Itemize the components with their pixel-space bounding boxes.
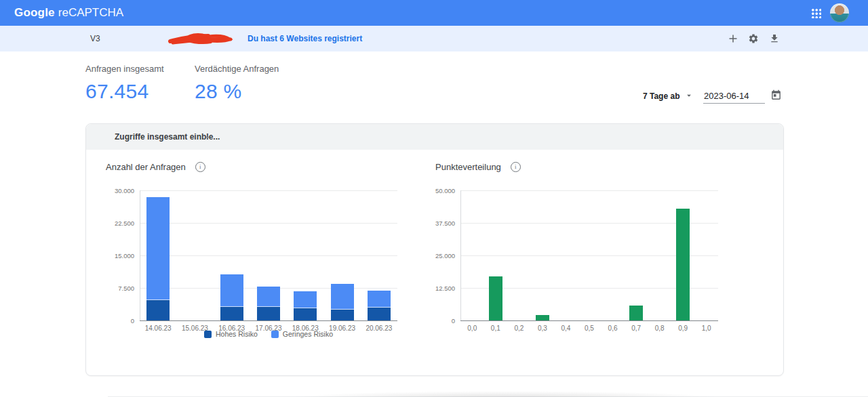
gridline bbox=[460, 320, 718, 321]
legend-label: Geringes Risiko bbox=[283, 330, 333, 338]
x-axis-tick-label: 0,4 bbox=[554, 325, 578, 332]
chart-legend: Hohes RisikoGeringes Risiko bbox=[140, 330, 397, 338]
y-axis-tick-label: 22.500 bbox=[99, 220, 134, 227]
legend-item: Hohes Risiko bbox=[204, 330, 258, 338]
redacted-site-name-scribble bbox=[167, 30, 235, 47]
bar-segment bbox=[368, 308, 391, 320]
settings-button gear-icon[interactable] bbox=[748, 33, 759, 44]
legend-label: Hohes Risiko bbox=[216, 330, 258, 338]
y-axis-tick-label: 0 bbox=[99, 317, 134, 325]
x-axis-tick-label: 0,7 bbox=[625, 325, 648, 332]
x-axis-tick-label: 1,0 bbox=[694, 325, 718, 332]
brand-product: reCAPTCHA bbox=[58, 6, 123, 19]
legend-item: Geringes Risiko bbox=[271, 330, 333, 338]
charts-card: Zugriffe insgesamt einble... Anzahl der … bbox=[85, 123, 784, 376]
brand: GooglereCAPTCHA bbox=[14, 0, 123, 26]
bar-segment bbox=[146, 300, 170, 320]
bar-segment bbox=[629, 306, 643, 320]
stat-label: Verdächtige Anfragen bbox=[195, 64, 279, 74]
gridline bbox=[460, 190, 718, 191]
bar-segment bbox=[294, 308, 317, 320]
site-version-label: V3 bbox=[90, 26, 100, 51]
y-axis-tick-label: 30.000 bbox=[99, 187, 134, 194]
bar-segment bbox=[676, 209, 690, 320]
apps-grid-icon[interactable] bbox=[811, 8, 821, 18]
stat-value: 28 % bbox=[195, 80, 279, 103]
bar-segment bbox=[331, 284, 354, 310]
user-avatar[interactable] bbox=[830, 3, 849, 22]
date-input-underline bbox=[703, 103, 765, 104]
x-axis-tick-label: 0,6 bbox=[601, 325, 625, 332]
site-toolbar: V3 Du hast 6 Websites registriert bbox=[0, 26, 868, 51]
registered-sites-link[interactable]: Du hast 6 Websites registriert bbox=[248, 26, 362, 51]
score-distribution-bar-chart: 012.50025.00037.50050.0000,00,10,20,30,4… bbox=[425, 190, 727, 360]
gridline bbox=[140, 320, 397, 321]
y-axis-tick-label: 50.000 bbox=[420, 187, 455, 194]
download-button download-icon[interactable] bbox=[769, 33, 780, 44]
y-axis-line bbox=[140, 190, 140, 320]
x-axis-tick-label: 0,5 bbox=[578, 325, 601, 332]
legend-swatch bbox=[204, 331, 212, 338]
stat-label: Anfragen insgesamt bbox=[85, 64, 164, 74]
info-icon[interactable]: i bbox=[195, 162, 205, 172]
bar-segment bbox=[489, 276, 502, 320]
y-axis-line bbox=[460, 190, 461, 320]
date-input[interactable]: 2023-06-14 bbox=[704, 91, 749, 101]
y-axis-tick-label: 0 bbox=[420, 317, 455, 325]
bar-segment bbox=[146, 197, 170, 300]
stat-suspicious-requests: Verdächtige Anfragen 28 % bbox=[195, 64, 279, 103]
bar-segment bbox=[294, 291, 317, 308]
bar-segment bbox=[331, 310, 354, 320]
stat-total-requests: Anfragen insgesamt 67.454 bbox=[85, 64, 164, 103]
x-axis-tick-label: 0,1 bbox=[484, 325, 508, 332]
requests-bar-chart: 07.50015.00022.50030.00014.06.2315.06.23… bbox=[104, 190, 406, 360]
bar-segment bbox=[220, 307, 243, 320]
gridline bbox=[140, 255, 397, 256]
y-axis-tick-label: 15.000 bbox=[99, 252, 134, 259]
chart-title-score-distribution: Punkteverteilung i bbox=[435, 162, 521, 172]
x-axis-tick-label: 0,8 bbox=[648, 325, 671, 332]
bar-segment bbox=[257, 307, 280, 320]
x-axis-tick-label: 0,9 bbox=[671, 325, 695, 332]
bar-segment bbox=[220, 274, 243, 306]
stat-value: 67.454 bbox=[85, 80, 164, 103]
chart-title-requests: Anzahl der Anfragen i bbox=[106, 162, 205, 172]
bar-segment bbox=[368, 291, 391, 308]
plot-area: 012.50025.00037.50050.0000,00,10,20,30,4… bbox=[460, 190, 718, 320]
gridline bbox=[140, 190, 397, 191]
chevron-down-icon bbox=[203, 133, 212, 142]
chart-title-text: Punkteverteilung bbox=[435, 162, 501, 172]
gridline bbox=[140, 223, 397, 224]
chevron-down-icon[interactable] bbox=[684, 91, 694, 100]
y-axis-tick-label: 25.000 bbox=[420, 252, 455, 259]
x-axis-tick-label: 0,0 bbox=[460, 325, 484, 332]
bar-segment bbox=[536, 315, 549, 320]
x-axis-tick-label: 0,2 bbox=[507, 325, 531, 332]
info-icon[interactable]: i bbox=[511, 162, 521, 172]
bar-segment bbox=[257, 287, 280, 307]
y-axis-tick-label: 12.500 bbox=[420, 285, 455, 292]
calendar-icon[interactable] bbox=[770, 89, 782, 101]
next-section-shadow bbox=[285, 391, 726, 397]
y-axis-tick-label: 37.500 bbox=[420, 220, 455, 227]
brand-google: Google bbox=[14, 6, 55, 19]
date-range-select[interactable]: 7 Tage ab bbox=[643, 91, 679, 101]
metric-dropdown[interactable]: Zugriffe insgesamt einble... bbox=[86, 124, 783, 150]
add-site-button plus-icon[interactable] bbox=[728, 33, 738, 44]
legend-swatch bbox=[271, 331, 279, 338]
x-axis-tick-label: 0,3 bbox=[531, 325, 555, 332]
app-header: GooglereCAPTCHA bbox=[0, 0, 868, 26]
chart-title-text: Anzahl der Anfragen bbox=[106, 162, 186, 172]
recaptcha-admin-screen: GooglereCAPTCHA V3 Du hast 6 Websites re… bbox=[0, 0, 868, 397]
plot-area: 07.50015.00022.50030.00014.06.2315.06.23… bbox=[140, 190, 397, 320]
y-axis-tick-label: 7.500 bbox=[99, 285, 134, 292]
